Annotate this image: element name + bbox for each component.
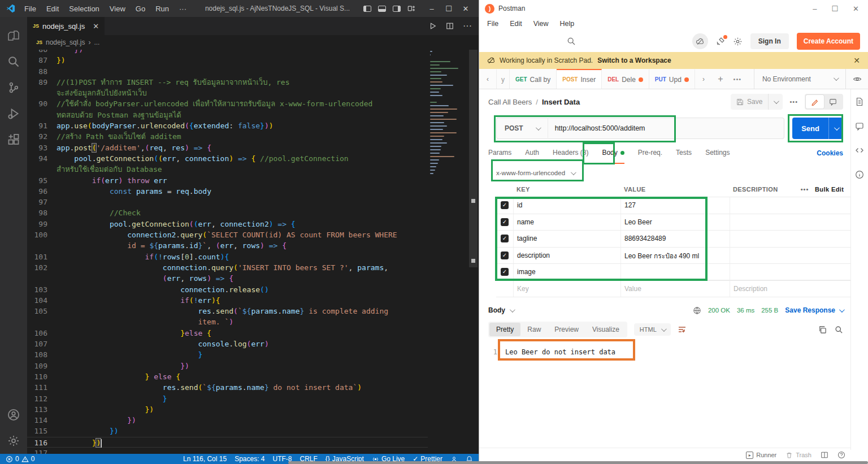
description-cell[interactable] <box>730 214 852 231</box>
code-line[interactable]: 88 <box>27 66 428 77</box>
tab-close-icon[interactable]: ✕ <box>93 22 99 31</box>
code-snippet-icon[interactable] <box>855 146 864 155</box>
network-globe-icon[interactable] <box>693 306 701 315</box>
tab-pre-req-[interactable]: Pre-req. <box>638 142 662 164</box>
postman-menu-view[interactable]: View <box>533 20 549 28</box>
table-row[interactable]: ✓descriptionLeo Beer กระป๋อง 490 ml <box>496 247 852 264</box>
description-cell[interactable] <box>730 231 852 247</box>
code-line[interactable]: 115 }) <box>27 426 428 436</box>
description-cell[interactable] <box>730 248 852 264</box>
request-name[interactable]: Insert Data <box>542 98 580 106</box>
comments-icon[interactable] <box>855 122 864 131</box>
environment-quick-look-icon[interactable] <box>845 69 868 89</box>
view-pretty[interactable]: Pretty <box>489 323 520 336</box>
send-button[interactable]: Send <box>792 118 843 139</box>
code-line[interactable]: 109 }) <box>27 361 428 371</box>
request-tab-y[interactable]: y <box>496 69 510 89</box>
checkbox-checked[interactable]: ✓ <box>501 218 509 226</box>
wrap-lines-icon[interactable] <box>678 325 687 334</box>
code-line[interactable]: 86 }) <box>27 50 428 55</box>
environment-selector[interactable]: No Environment <box>754 69 845 89</box>
search-icon[interactable] <box>567 37 576 46</box>
collection-name[interactable]: Call All Beers <box>488 98 532 106</box>
code-line[interactable]: ทดสอบด้วย Postman ลงฐานข้อมูลได้ <box>27 110 428 120</box>
offline-cloud-icon[interactable] <box>692 33 708 49</box>
view-visualize[interactable]: Visualize <box>585 323 626 336</box>
trash-button[interactable]: Trash <box>785 452 811 459</box>
create-account-button[interactable]: Create Account <box>797 33 860 50</box>
search-response-icon[interactable] <box>835 326 843 334</box>
code-line[interactable]: 97 <box>27 197 428 207</box>
method-selector[interactable]: POST <box>496 118 548 139</box>
postman-maximize-button[interactable]: ☐ <box>831 5 838 13</box>
run-debug-icon[interactable] <box>0 101 27 127</box>
breadcrumb-file[interactable]: nodejs_sql.js <box>46 38 85 46</box>
capture-requests-icon[interactable] <box>716 37 725 46</box>
new-tab-icon[interactable]: + <box>712 69 729 89</box>
documentation-icon[interactable] <box>855 97 864 106</box>
code-line[interactable]: 116 }) <box>27 437 428 448</box>
settings-gear-icon[interactable] <box>0 428 27 454</box>
code-line[interactable]: 108 } <box>27 349 428 360</box>
menu-item-view[interactable]: View <box>105 5 131 13</box>
search-icon[interactable] <box>0 49 27 75</box>
value-cell[interactable] <box>620 264 730 280</box>
code-line[interactable]: 112 } <box>27 393 428 404</box>
vscode-minimize-button[interactable]: – <box>423 5 440 13</box>
banner-close-icon[interactable]: ✕ <box>853 56 860 65</box>
table-options-icon[interactable]: ••• <box>795 186 815 193</box>
code-line[interactable]: 110 } else { <box>27 371 428 382</box>
tabs-scroll-left-icon[interactable]: ‹ <box>479 69 496 89</box>
cursor-position[interactable]: Ln 116, Col 15 <box>183 455 227 463</box>
url-input[interactable]: http://localhost:5000/additem <box>548 118 785 139</box>
postman-menu-edit[interactable]: Edit <box>510 20 522 28</box>
postman-menu-file[interactable]: File <box>487 20 498 28</box>
response-time-badge[interactable]: 36 ms <box>737 307 754 314</box>
request-tab-call-by[interactable]: GETCall by <box>510 69 557 89</box>
response-body[interactable]: 1 Leo Beer do not insert data <box>479 339 868 448</box>
explorer-icon[interactable] <box>0 23 27 49</box>
description-cell[interactable] <box>730 264 852 280</box>
tab-headers-8-[interactable]: Headers (8) <box>553 142 588 164</box>
body-mode-selector[interactable]: x-www-form-urlencoded <box>479 164 868 182</box>
request-tab-dele[interactable]: DELDele <box>602 69 649 89</box>
tabs-scroll-right-icon[interactable]: › <box>695 69 712 89</box>
save-response-button[interactable]: Save Response <box>785 306 843 314</box>
menu-item-selection[interactable]: Selection <box>64 5 104 13</box>
key-cell[interactable]: tagline <box>513 231 620 247</box>
code-line[interactable]: item. `) <box>27 316 428 327</box>
value-cell[interactable]: Leo Beer กระป๋อง 490 ml <box>620 248 730 264</box>
code-line[interactable]: 117 <box>27 448 428 454</box>
checkbox-checked[interactable]: ✓ <box>501 268 509 276</box>
key-cell[interactable]: id <box>513 197 620 214</box>
request-more-actions-icon[interactable]: ••• <box>789 98 798 105</box>
table-placeholder-row[interactable]: Key Value Description <box>496 280 852 297</box>
sign-in-button[interactable]: Sign In <box>750 33 789 49</box>
menu-item-[interactable]: ··· <box>174 5 192 13</box>
menu-item-run[interactable]: Run <box>150 5 174 13</box>
checkbox-checked[interactable]: ✓ <box>501 235 509 242</box>
extensions-icon[interactable] <box>0 127 27 153</box>
key-cell[interactable]: name <box>513 214 620 231</box>
postman-minimize-button[interactable]: – <box>813 5 817 13</box>
response-size-badge[interactable]: 255 B <box>761 307 778 314</box>
code-line[interactable]: 91app.use(bodyParser.urlencoded({extende… <box>27 120 428 131</box>
run-file-icon[interactable] <box>429 21 437 31</box>
request-tab-upd[interactable]: PUTUpd <box>649 69 695 89</box>
accounts-icon[interactable] <box>0 402 27 428</box>
request-tab-inser[interactable]: POSTInser <box>557 69 602 89</box>
breadcrumb[interactable]: JS nodejs_sql.js › ... <box>27 35 479 50</box>
send-options-chevron-icon[interactable] <box>828 118 843 139</box>
problems-indicator[interactable]: 0 0 <box>6 455 34 463</box>
copy-icon[interactable] <box>818 326 827 334</box>
code-line[interactable]: 90//ใช้คำสั่ง bodyParser.urlencoded เพื่… <box>27 98 428 109</box>
comments-icon[interactable] <box>824 95 842 109</box>
toggle-panel-icon[interactable] <box>378 6 386 12</box>
value-cell[interactable]: 88693428489 <box>620 231 730 247</box>
postman-menu-help[interactable]: Help <box>560 20 575 28</box>
code-line[interactable]: 100 connection2.query(`SELECT COUNT(id) … <box>27 229 428 240</box>
split-editor-icon[interactable] <box>446 21 454 31</box>
tab-settings[interactable]: Settings <box>705 142 730 164</box>
help-icon[interactable] <box>837 451 845 459</box>
code-line[interactable]: 102 connection.query('INSERT INTO beers … <box>27 262 428 273</box>
